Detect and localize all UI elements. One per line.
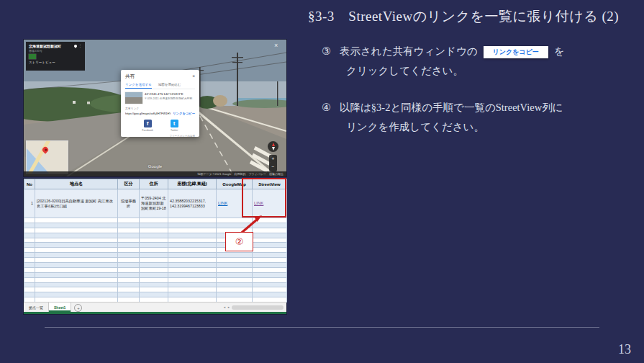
table-cell: [202126-0200]日高自動車道 新冠町 高江東改良工事/(株)出口組 (35, 189, 118, 218)
step-3-text-after: を (554, 45, 565, 57)
facebook-label: Facebook (142, 129, 153, 132)
table-cell: LINK (217, 189, 253, 218)
table-header-row: No地点名区分住所座標(北緯,東経)GoogleMapStreetView (24, 179, 287, 189)
table-cell: 42.35882032215317, 142.3199467123833 (168, 189, 217, 218)
info-card-subtitle: 国道235号 (29, 49, 82, 53)
step-4-line-2: リンクを作成してください。 (322, 117, 642, 137)
twitter-label: Twitter (171, 129, 178, 132)
table-cell: LINK (253, 189, 287, 218)
copy-link-button[interactable]: リンクをコピー (173, 112, 195, 115)
streetview-close-icon[interactable]: × (274, 42, 278, 49)
scroll-left-icon[interactable]: ◄ (223, 305, 226, 309)
place-title: 42°23'41.4"N 142°13'09.9"E (145, 92, 192, 97)
table-cell: 1 (24, 189, 35, 218)
location-pin-icon (73, 44, 78, 48)
more-options-icon[interactable]: ⋮ (78, 44, 82, 48)
column-header: 住所 (140, 179, 168, 189)
share-url: https://goo.gl/maps/xxKj4HTFW1HYEx99 (125, 112, 171, 115)
excel-status-bar (24, 312, 286, 314)
slide-title: §3-3 StreetViewのリンクを一覧に張り付ける (2) (308, 7, 619, 26)
scrollbar-thumb[interactable] (232, 305, 284, 310)
empty-table-row (24, 263, 287, 268)
share-dialog: 共有 × リンクを送信する 地図を埋め込む 42°23'41.4"N 142°1… (121, 70, 199, 137)
footer-divider (45, 327, 599, 328)
streetview-link[interactable]: LINK (254, 201, 263, 205)
facebook-icon[interactable]: f (144, 120, 152, 127)
tab-send-link[interactable]: リンクを送信する (125, 83, 152, 89)
empty-table-row (24, 267, 287, 272)
step-2-annotation: ② (225, 232, 253, 251)
streetview-screenshot: 北海道新冠郡新冠町 ⋮ 国道235号 ストリートビュー × 共有 × リンクを送… (24, 40, 286, 176)
scroll-right-icon[interactable]: ► (227, 305, 230, 309)
place-address: 〒059-2411 北海道新冠郡新冠町大狩部 (145, 97, 192, 101)
column-header: StreetView (253, 179, 287, 189)
compass-needle-north (272, 143, 275, 146)
spreadsheet-screenshot: No地点名区分住所座標(北緯,東経)GoogleMapStreetView 1[… (24, 179, 286, 314)
instruction-step-3: ③表示された共有ウィンドウのリンクをコピーを クリックしてください。 (322, 42, 642, 81)
step-3-text-before: 表示された共有ウィンドウの (340, 45, 478, 57)
share-dialog-close-icon[interactable]: × (192, 74, 195, 79)
empty-table-row (24, 282, 287, 287)
streetview-label: ストリートビュー (29, 60, 82, 64)
compass-icon[interactable] (268, 141, 278, 152)
twitter-icon[interactable]: t (171, 120, 178, 127)
step-4-line-1: 以降は§3-2と同様の手順で一覧のStreetView列に (340, 102, 563, 113)
empty-table-row (24, 218, 287, 223)
map-copyright-bar: 地図データ ©2021 Google 利用規約 プライバシー 画像の報告 (24, 171, 286, 176)
page-number: 13 (618, 342, 631, 357)
share-dialog-title: 共有 (125, 73, 135, 80)
empty-table-row (24, 292, 287, 297)
zoom-in-button[interactable]: + (272, 157, 275, 162)
horizontal-scrollbar[interactable]: ◄ ► (223, 302, 286, 312)
column-header: 地点名 (35, 179, 118, 189)
column-header: 区分 (118, 179, 140, 189)
empty-table-row (24, 287, 287, 292)
copy-link-button-image: リンクをコピー (484, 46, 548, 58)
sheet-tabs: 拠点一覧Sheet1 (24, 302, 71, 312)
step-3-number: ③ (322, 45, 331, 57)
googlemap-link[interactable]: LINK (218, 201, 227, 205)
google-watermark: Google (148, 164, 162, 169)
add-sheet-button[interactable]: + (74, 304, 82, 312)
empty-table-row (24, 223, 287, 228)
feedback-link[interactable]: フィードバックの送信 (125, 135, 195, 137)
column-header: 座標(北緯,東経) (168, 179, 217, 189)
instruction-step-4: ④以降は§3-2と同様の手順で一覧のStreetView列に リンクを作成してく… (322, 98, 642, 137)
column-header: No (24, 179, 35, 189)
info-card-title: 北海道新冠郡新冠町 (29, 44, 61, 48)
streetview-info-card: 北海道新冠郡新冠町 ⋮ 国道235号 ストリートビュー (26, 42, 85, 71)
tab-embed-map[interactable]: 地図を埋め込む (158, 83, 181, 89)
step-4-number: ④ (322, 102, 331, 113)
sheet-tab[interactable]: 拠点一覧 (24, 302, 49, 312)
slide: §3-3 StreetViewのリンクを一覧に張り付ける (2) (0, 0, 644, 363)
step-3-line-2: クリックしてください。 (322, 61, 642, 81)
zoom-control: + − (269, 155, 277, 171)
sheet-tab[interactable]: Sheet1 (49, 302, 71, 312)
table-cell: 現場事務所 (118, 189, 140, 218)
share-link-label: 共有リンク (125, 107, 195, 110)
table-row: 1[202126-0200]日高自動車道 新冠町 高江東改良工事/(株)出口組現… (24, 189, 287, 218)
compass-needle-south (272, 147, 275, 151)
empty-table-row (24, 258, 287, 263)
table-cell: 〒059-2404 北海道新冠郡新冠町東町19-18 (140, 189, 168, 218)
zoom-out-button[interactable]: − (272, 165, 275, 170)
route-thumbnail (29, 54, 36, 59)
empty-table-row (24, 253, 287, 258)
empty-table-row (24, 277, 287, 282)
place-thumbnail (125, 92, 142, 104)
minimap[interactable] (27, 141, 68, 174)
empty-table-row (24, 272, 287, 277)
column-header: GoogleMap (217, 179, 253, 189)
step-2-label: ② (235, 236, 244, 247)
sheet-tab-bar: 拠点一覧Sheet1 + ◄ ► (24, 302, 286, 312)
